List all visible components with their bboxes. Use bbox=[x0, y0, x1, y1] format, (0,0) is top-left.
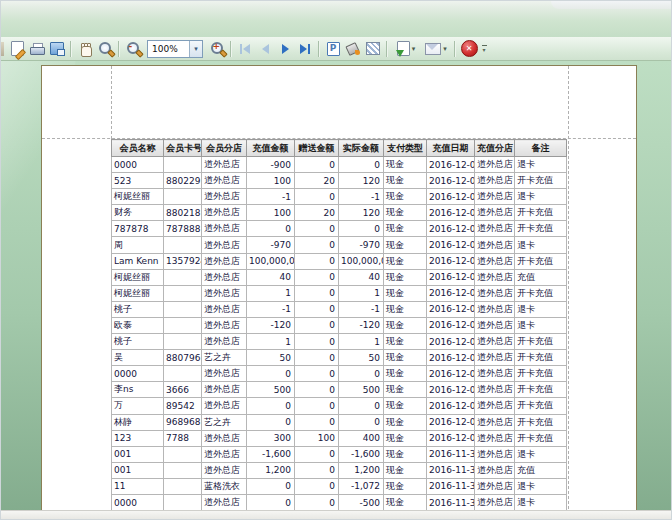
table-row: 林静968968艺之卉000现金2016-12-0道外总店开卡充值 bbox=[112, 414, 567, 430]
cell: 89542 bbox=[164, 398, 202, 414]
cell: 充值 bbox=[515, 269, 567, 285]
cell: 开卡充值 bbox=[515, 382, 567, 398]
table-row: 柯妮丝丽道外总店40040现金2016-12-0道外总店充值 bbox=[112, 269, 567, 285]
cell: 开卡充值 bbox=[515, 253, 567, 269]
print-button[interactable] bbox=[27, 39, 47, 58]
cell: 道外总店 bbox=[202, 189, 247, 205]
table-row: 万89542道外总店000现金2016-12-0道外总店开卡充值 bbox=[112, 398, 567, 414]
zoom-tool-button[interactable] bbox=[95, 39, 115, 58]
cell: 0000 bbox=[112, 366, 164, 382]
print-options-button[interactable] bbox=[47, 39, 67, 58]
cell: 0 bbox=[339, 157, 384, 173]
cell: 林静 bbox=[112, 414, 164, 430]
cell: 3666 bbox=[164, 382, 202, 398]
table-row: 0000道外总店000现金2016-12-0道外总店开卡充值 bbox=[112, 366, 567, 382]
cell: 现金 bbox=[384, 382, 427, 398]
column-header: 充值分店 bbox=[475, 140, 515, 157]
cell: 787878 bbox=[112, 221, 164, 237]
preview-area[interactable]: 会员名称会员卡号会员分店充值金额赠送金额实际金额支付类型充值日期充值分店备注 0… bbox=[1, 61, 671, 519]
cell: 道外总店 bbox=[475, 414, 515, 430]
cell: 开卡充值 bbox=[515, 430, 567, 446]
cell: 2016-11-3 bbox=[427, 494, 475, 510]
last-page-button[interactable] bbox=[295, 39, 315, 58]
report-page: 会员名称会员卡号会员分店充值金额赠送金额实际金额支付类型充值日期充值分店备注 0… bbox=[41, 65, 637, 519]
cell: 2016-12-0 bbox=[427, 301, 475, 317]
first-page-button[interactable] bbox=[235, 39, 255, 58]
cell: 道外总店 bbox=[475, 398, 515, 414]
cell: 13579246 bbox=[164, 253, 202, 269]
toolbar-overflow-button[interactable]: ▾ bbox=[479, 39, 489, 58]
cell: 0 bbox=[339, 398, 384, 414]
cell: -970 bbox=[247, 237, 295, 253]
cell bbox=[164, 269, 202, 285]
page-color-button[interactable] bbox=[343, 39, 363, 58]
export-button[interactable]: ▾ bbox=[391, 39, 421, 58]
cell: 11 bbox=[112, 478, 164, 494]
table-row: 11蓝格洗衣00-1,072现金2016-11-3道外总店退卡 bbox=[112, 478, 567, 494]
table-row: 0000道外总店-90000现金2016-12-0道外总店退卡 bbox=[112, 157, 567, 173]
cell bbox=[164, 334, 202, 350]
cell: 120 bbox=[339, 205, 384, 221]
cell: 道外总店 bbox=[475, 478, 515, 494]
cell: 道外总店 bbox=[475, 253, 515, 269]
cell: 道外总店 bbox=[202, 301, 247, 317]
cell: 50 bbox=[339, 350, 384, 366]
cell: 001 bbox=[112, 446, 164, 462]
cell: 2016-12-0 bbox=[427, 157, 475, 173]
table-row: 桃子道外总店101现金2016-12-0道外总店开卡充值 bbox=[112, 334, 567, 350]
cell: 李ns bbox=[112, 382, 164, 398]
column-header: 充值日期 bbox=[427, 140, 475, 157]
table-row: 李ns3666道外总店5000500现金2016-12-0道外总店开卡充值 bbox=[112, 382, 567, 398]
cell: 艺之卉 bbox=[202, 414, 247, 430]
email-caret-icon[interactable]: ▾ bbox=[443, 45, 447, 53]
hand-tool-button[interactable] bbox=[75, 39, 95, 58]
cell: -500 bbox=[339, 494, 384, 510]
cell: 0 bbox=[295, 253, 339, 269]
cell: 周 bbox=[112, 237, 164, 253]
cell: 退卡 bbox=[515, 189, 567, 205]
zoom-level-combo[interactable]: 100% ▾ bbox=[147, 40, 203, 58]
page-setup-button[interactable] bbox=[7, 39, 27, 58]
cell: 现金 bbox=[384, 430, 427, 446]
multi-page-view-button[interactable]: P bbox=[323, 39, 343, 58]
email-button[interactable]: ▾ bbox=[421, 39, 451, 58]
pages-icon: P bbox=[327, 42, 340, 56]
cell: 0 bbox=[295, 334, 339, 350]
cell: 现金 bbox=[384, 462, 427, 478]
cell: 0 bbox=[247, 494, 295, 510]
zoom-combo-caret[interactable]: ▾ bbox=[189, 41, 202, 57]
cell: -1,072 bbox=[339, 478, 384, 494]
export-caret-icon[interactable]: ▾ bbox=[412, 45, 416, 53]
chevron-down-icon: ▾ bbox=[482, 47, 485, 52]
cell: 现金 bbox=[384, 366, 427, 382]
cell: 道外总店 bbox=[475, 462, 515, 478]
cell: 道外总店 bbox=[475, 334, 515, 350]
cell: 桃子 bbox=[112, 301, 164, 317]
watermark-button[interactable] bbox=[363, 39, 383, 58]
cell: 50 bbox=[247, 350, 295, 366]
cell: -120 bbox=[339, 317, 384, 333]
table-header-row: 会员名称会员卡号会员分店充值金额赠送金额实际金额支付类型充值日期充值分店备注 bbox=[112, 140, 567, 157]
close-preview-button[interactable]: ✕ bbox=[459, 39, 479, 58]
previous-page-icon bbox=[262, 44, 269, 54]
cell: 道外总店 bbox=[475, 157, 515, 173]
cell: 道外总店 bbox=[202, 382, 247, 398]
previous-page-button[interactable] bbox=[255, 39, 275, 58]
cell: 2016-12-0 bbox=[427, 285, 475, 301]
cell: 880218 bbox=[164, 205, 202, 221]
zoom-out-button[interactable]: - bbox=[123, 39, 143, 58]
cell: 2016-11-3 bbox=[427, 462, 475, 478]
hand-icon bbox=[80, 43, 91, 55]
zoom-in-button[interactable]: + bbox=[207, 39, 227, 58]
next-page-button[interactable] bbox=[275, 39, 295, 58]
margin-guide-right bbox=[568, 66, 569, 519]
cell: 1,200 bbox=[247, 462, 295, 478]
cell: 0 bbox=[295, 446, 339, 462]
cell: -1 bbox=[339, 189, 384, 205]
cell: 道外总店 bbox=[475, 382, 515, 398]
cell: 100,000,0 bbox=[247, 253, 295, 269]
cell: 2016-12-0 bbox=[427, 237, 475, 253]
cell: 0 bbox=[295, 382, 339, 398]
cell: 道外总店 bbox=[202, 494, 247, 510]
cell: 现金 bbox=[384, 414, 427, 430]
